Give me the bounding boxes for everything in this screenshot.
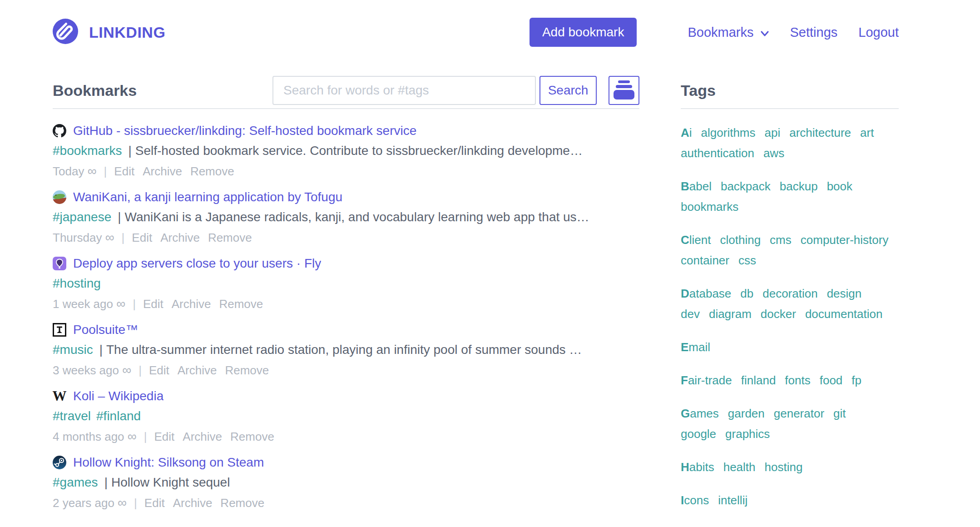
tag-link[interactable]: Client xyxy=(681,230,711,250)
tag-link[interactable]: aws xyxy=(763,143,784,164)
bookmark-title-link[interactable]: Koli – Wikipedia xyxy=(73,389,163,403)
tag-link[interactable]: cms xyxy=(770,230,792,250)
bookmark-tag-link[interactable]: #hosting xyxy=(53,276,101,290)
edit-link[interactable]: Edit xyxy=(143,297,163,311)
tag-link[interactable]: css xyxy=(738,250,756,271)
bookmark-date-link[interactable]: 2 years ago ∞ xyxy=(53,496,127,510)
bookmark-tags-row: #games|Hollow Knight sequel xyxy=(53,475,639,492)
tag-link[interactable]: Games xyxy=(681,403,719,424)
tag-link[interactable]: Ai xyxy=(681,123,692,143)
nav-settings-link[interactable]: Settings xyxy=(790,25,838,40)
search-button[interactable]: Search xyxy=(539,76,597,105)
tag-link[interactable]: Habits xyxy=(681,457,714,477)
tag-link[interactable]: fp xyxy=(851,370,861,391)
nav-logout-link[interactable]: Logout xyxy=(858,25,899,40)
bookmark-date: 4 months ago xyxy=(53,430,124,443)
tag-link[interactable]: generator xyxy=(774,403,824,424)
bookmark-tag-link[interactable]: #finland xyxy=(96,409,141,423)
archive-link[interactable]: Archive xyxy=(173,496,213,510)
bookmark-date-link[interactable]: Today ∞ xyxy=(53,164,97,179)
tag-link[interactable]: design xyxy=(827,283,862,304)
linkding-logo[interactable]: LINKDING xyxy=(53,19,165,46)
tag-link[interactable]: garden xyxy=(728,403,765,424)
tag-link[interactable]: backup xyxy=(780,176,818,197)
tag-link[interactable]: health xyxy=(723,457,756,477)
tag-link[interactable]: dev xyxy=(681,304,700,324)
tag-link[interactable]: food xyxy=(820,370,843,391)
edit-link[interactable]: Edit xyxy=(144,496,165,510)
tags-panel: Tags Aialgorithmsapiarchitectureartauthe… xyxy=(681,73,899,527)
remove-link[interactable]: Remove xyxy=(225,363,269,378)
bookmark-date-link[interactable]: 4 months ago ∞ xyxy=(53,429,137,444)
tag-link[interactable]: graphics xyxy=(725,424,770,444)
tag-link[interactable]: git xyxy=(833,403,846,424)
tag-link[interactable]: Japanese xyxy=(681,523,733,527)
bookmark-title-link[interactable]: Hollow Knight: Silksong on Steam xyxy=(73,455,264,470)
add-bookmark-button[interactable]: Add bookmark xyxy=(530,18,637,47)
tag-link[interactable]: db xyxy=(740,283,753,304)
tag-link[interactable]: clothing xyxy=(720,230,761,250)
tag-link[interactable]: intellij xyxy=(718,490,747,511)
tag-link[interactable]: container xyxy=(681,250,729,271)
bookmark-title-link[interactable]: GitHub - sissbruecker/linkding: Self-hos… xyxy=(73,124,416,138)
tag-group-i: Iconsintellij xyxy=(681,490,899,511)
bookmark-date-link[interactable]: 1 week ago ∞ xyxy=(53,297,125,311)
remove-link[interactable]: Remove xyxy=(219,297,263,311)
search-input[interactable] xyxy=(272,76,536,105)
meta-separator: | xyxy=(104,164,107,179)
tag-link[interactable]: Babel xyxy=(681,176,712,197)
tag-link[interactable]: algorithms xyxy=(701,123,756,143)
tag-link[interactable]: finland xyxy=(741,370,776,391)
tag-link[interactable]: decoration xyxy=(762,283,817,304)
tag-link[interactable]: Icons xyxy=(681,490,709,511)
tag-link[interactable]: Fair-trade xyxy=(681,370,732,391)
tag-link[interactable]: bookmarks xyxy=(681,197,738,217)
archived-bookmarks-button[interactable] xyxy=(609,76,639,105)
archive-link[interactable]: Archive xyxy=(183,430,222,444)
remove-link[interactable]: Remove xyxy=(190,164,234,179)
bookmark-tag-link[interactable]: #games xyxy=(53,475,98,489)
archive-link[interactable]: Archive xyxy=(143,164,182,179)
tag-link[interactable]: Email xyxy=(681,337,710,358)
bookmark-tag-link[interactable]: #travel xyxy=(53,409,91,423)
tag-link[interactable]: art xyxy=(860,123,874,143)
tag-link[interactable]: hosting xyxy=(765,457,803,477)
bookmark-tag-link[interactable]: #bookmarks xyxy=(53,144,122,158)
bookmark-date-link[interactable]: Thursday ∞ xyxy=(53,230,114,245)
tag-link[interactable]: authentication xyxy=(681,143,754,164)
bookmark-tag-link[interactable]: #music xyxy=(53,343,93,357)
bookmark-description: WaniKani is a Japanese radicals, kanji, … xyxy=(125,210,589,224)
remove-link[interactable]: Remove xyxy=(208,231,252,245)
edit-link[interactable]: Edit xyxy=(114,164,134,179)
tag-link[interactable]: api xyxy=(765,123,781,143)
bookmark-title-link[interactable]: WaniKani, a kanji learning application b… xyxy=(73,190,342,204)
tag-link[interactable]: backpack xyxy=(721,176,771,197)
bookmark-title-link[interactable]: Deploy app servers close to your users ·… xyxy=(73,256,321,271)
bookmark-date-link[interactable]: 3 weeks ago ∞ xyxy=(53,363,131,378)
tag-link[interactable]: java xyxy=(742,523,763,527)
tag-link[interactable]: js xyxy=(803,523,812,527)
nav-bookmarks-dropdown[interactable]: Bookmarks xyxy=(688,25,769,40)
edit-link[interactable]: Edit xyxy=(149,363,169,378)
tag-link[interactable]: docker xyxy=(761,304,796,324)
archive-link[interactable]: Archive xyxy=(172,297,211,311)
tag-link[interactable]: architecture xyxy=(789,123,851,143)
tag-link[interactable]: fonts xyxy=(785,370,810,391)
bookmark-title-link[interactable]: Poolsuite™ xyxy=(73,323,138,337)
archive-link[interactable]: Archive xyxy=(178,363,217,378)
tag-link[interactable]: diagram xyxy=(709,304,752,324)
archive-link[interactable]: Archive xyxy=(160,231,200,245)
bookmark-tag-link[interactable]: #japanese xyxy=(53,210,111,224)
tag-link[interactable]: documentation xyxy=(805,304,883,324)
tag-link[interactable]: google xyxy=(681,424,716,444)
remove-link[interactable]: Remove xyxy=(230,430,274,444)
remove-link[interactable]: Remove xyxy=(220,496,264,510)
bookmark-item: W Koli – Wikipedia #travel#finland 4 mon… xyxy=(53,387,639,444)
tag-link[interactable]: computer-history xyxy=(801,230,889,250)
edit-link[interactable]: Edit xyxy=(132,231,152,245)
tag-link[interactable]: book xyxy=(827,176,852,197)
github-icon xyxy=(53,124,66,138)
edit-link[interactable]: Edit xyxy=(154,430,175,444)
tag-link[interactable]: Database xyxy=(681,283,731,304)
tag-link[interactable]: jobs xyxy=(772,523,794,527)
